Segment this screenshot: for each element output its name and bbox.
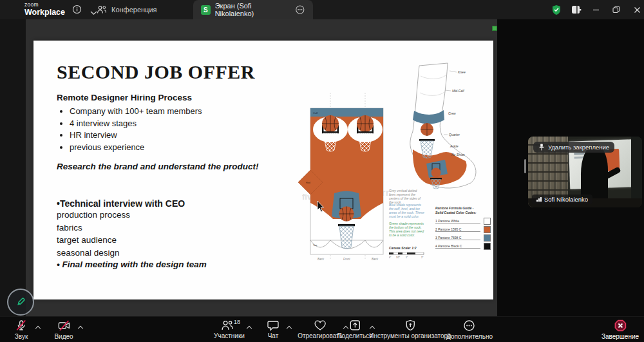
zoom-workplace-logo: zoom Workplace <box>24 2 65 16</box>
scale-ruler: 0" 1/2" 1" 2" <box>389 252 425 259</box>
bullet-item: 4 interview stages <box>70 118 296 130</box>
svg-text:0": 0" <box>389 256 392 259</box>
restore-button[interactable] <box>608 3 625 17</box>
camera-off-icon <box>57 319 71 332</box>
mouse-cursor <box>317 201 325 213</box>
tech-interview-heading: •Technical interview with CEO <box>57 198 296 209</box>
note-grey: Grey vertical dotted lines represent the… <box>389 189 422 204</box>
host-tools-shield-icon <box>404 319 416 331</box>
flat-sock-template: Cuff <box>298 108 383 261</box>
logo-workplace: Workplace <box>24 8 65 17</box>
audio-options-chevron[interactable] <box>36 325 41 330</box>
note-green: Green shade represents the bottom of the… <box>389 222 426 237</box>
tab-screen-label: Экран (Sofi Nikolaienko) <box>215 2 291 17</box>
bullet-item: HR interview <box>70 129 296 142</box>
pantone-swatch <box>484 234 491 242</box>
pantone-swatch <box>484 226 491 233</box>
presentation-slide: SECOND JOB OFFER Remote Designer Hiring … <box>33 41 493 299</box>
security-shield-icon[interactable] <box>551 5 562 18</box>
svg-text:1": 1" <box>406 256 408 259</box>
note-blue: Blue shade represents the cuff, heel, an… <box>389 203 426 218</box>
pantone-row: 3 Pantone 7698 C <box>435 234 491 242</box>
meeting-toolbar: Звук Видео 18 Участники <box>0 316 644 342</box>
chat-options-chevron[interactable] <box>287 325 292 330</box>
chat-icon <box>267 319 279 331</box>
share-screen-icon <box>349 319 361 331</box>
end-octagon-icon <box>614 319 627 332</box>
toe-label: Toe <box>313 243 317 247</box>
pantone-row: 1 Pantone White <box>435 217 491 225</box>
more-ellipsis-icon <box>463 319 475 332</box>
react-button[interactable]: Отреагировать <box>298 319 343 339</box>
svg-text:Ankle: Ankle <box>450 144 459 148</box>
pinned-video-tile[interactable]: Удалить закрепление Sofi Nikolaienko <box>528 137 642 207</box>
annotate-button[interactable] <box>7 289 34 316</box>
tech-item: target audience <box>57 234 296 247</box>
tile-right-shadow <box>631 137 642 207</box>
audio-button[interactable]: Звук <box>15 319 28 340</box>
pantone-guide: Pantone Formula Guide - Solid Coated Col… <box>435 206 491 251</box>
cuff-label: Cuff <box>313 111 318 115</box>
participants-options-chevron[interactable] <box>247 325 252 330</box>
participant-name: Sofi Nikolaienko <box>544 196 588 203</box>
svg-text:Knee: Knee <box>458 70 466 74</box>
slide-subtitle: Remote Designer Hiring Process <box>57 93 296 102</box>
end-meeting-button[interactable]: Завершение <box>601 319 639 340</box>
logo-zoom: zoom <box>24 2 65 8</box>
canvas-scale: Canvas Scale: 1:2 0" 1/2" 1" 2" <box>389 246 425 261</box>
tab-screen-share[interactable]: S Экран (Sofi Nikolaienko) <box>193 0 313 19</box>
side-panel-icon[interactable] <box>571 4 582 18</box>
tab-conference-label: Конференция <box>111 6 156 14</box>
svg-text:Mid-Calf: Mid-Calf <box>452 89 464 93</box>
host-tools-button[interactable]: Инструменты организатора <box>369 319 451 339</box>
pantone-row: 2 Pantone 1595 C <box>435 225 491 234</box>
signal-bars-icon <box>536 197 542 202</box>
info-icon[interactable] <box>72 5 82 17</box>
canvas-scale-label: Canvas Scale: 1:2 <box>389 246 425 250</box>
screen-share-badge: S <box>201 5 211 15</box>
minimize-button[interactable] <box>587 3 604 17</box>
tab-options-icon[interactable] <box>295 5 305 15</box>
share-button[interactable]: Поделиться <box>337 319 372 339</box>
participant-name-badge: Sofi Nikolaienko <box>532 195 592 204</box>
participants-button[interactable]: 18 Участники <box>214 319 245 339</box>
final-meeting-line: • Final meeting with the design team <box>57 260 296 269</box>
video-options-chevron[interactable] <box>79 325 83 330</box>
more-button[interactable]: Дополнительно <box>446 319 493 340</box>
remove-pin-button[interactable]: Удалить закрепление <box>533 142 614 153</box>
sock-on-leg-view: Knee Mid-Calf Crew Quarter Ankle No Show <box>410 63 476 189</box>
participants-count: 18 <box>234 319 240 325</box>
titlebar: zoom Workplace Конференция S Экран (Sofi… <box>0 0 644 19</box>
zoom-workplace-window: zoom Workplace Конференция S Экран (Sofi… <box>0 0 644 342</box>
share-selection-handle <box>492 26 497 31</box>
svg-text:Crew: Crew <box>448 111 456 115</box>
heart-icon <box>314 319 327 331</box>
svg-text:2": 2" <box>421 256 424 259</box>
heel-label: Heel <box>306 182 310 184</box>
screen-share-area: SECOND JOB OFFER Remote Designer Hiring … <box>26 19 497 316</box>
video-button[interactable]: Видео <box>54 319 73 340</box>
tab-conference[interactable]: Конференция <box>89 0 164 19</box>
participants-icon <box>221 319 234 331</box>
pencil-icon <box>15 296 26 308</box>
left-dark-strip <box>0 19 26 316</box>
svg-text:Back: Back <box>372 258 379 261</box>
mic-muted-icon <box>15 319 28 332</box>
svg-text:1/2": 1/2" <box>396 256 401 259</box>
panel-resize-handle[interactable] <box>524 159 526 173</box>
svg-text:Front: Front <box>343 258 350 261</box>
people-icon <box>97 5 107 14</box>
pantone-swatch <box>484 243 491 250</box>
slide-text-column: SECOND JOB OFFER Remote Designer Hiring … <box>57 61 296 269</box>
pin-icon <box>538 144 545 151</box>
svg-text:Quarter: Quarter <box>449 133 460 137</box>
svg-text:No Show: No Show <box>451 153 465 157</box>
panel-labels: Back Front Back <box>317 258 379 261</box>
svg-text:Back: Back <box>317 258 325 261</box>
tech-item: fabrics <box>57 222 296 234</box>
pantone-row: 4 Pantone Black C <box>435 242 491 251</box>
slide-title: SECOND JOB OFFER <box>57 61 296 83</box>
close-button[interactable] <box>629 3 644 17</box>
chat-button[interactable]: Чат <box>267 319 279 339</box>
bullet-item: previous experience <box>70 142 296 154</box>
